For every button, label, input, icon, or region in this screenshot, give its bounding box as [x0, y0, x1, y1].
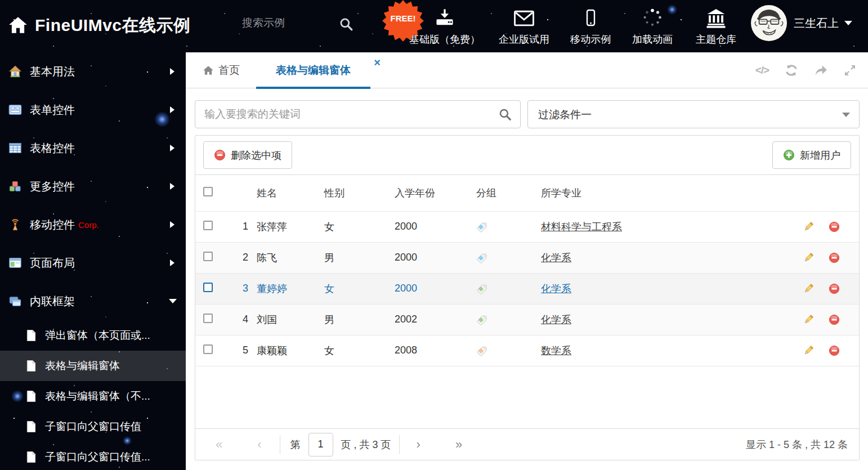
- tab-home[interactable]: 首页: [203, 52, 240, 88]
- search-icon[interactable]: [498, 108, 512, 122]
- row-index: 4: [220, 304, 248, 335]
- nav-item-theme-repo[interactable]: 主题仓库: [685, 5, 747, 46]
- major-link[interactable]: 数学系: [541, 345, 571, 356]
- row-checkbox[interactable]: [203, 221, 213, 230]
- table-row[interactable]: 2 陈飞 男 2000 化学系: [195, 242, 859, 273]
- row-index: 2: [220, 242, 248, 273]
- keyword-search-input[interactable]: [204, 101, 486, 128]
- home-logo-icon[interactable]: [8, 15, 28, 35]
- source-code-icon[interactable]: </>: [754, 62, 770, 78]
- header-nav: FREE! 基础版（免费）: [402, 5, 747, 46]
- select-all-checkbox[interactable]: [203, 187, 213, 196]
- table-row[interactable]: 4 刘国 男 2002 化学系: [195, 304, 859, 335]
- cubes-icon: [8, 180, 22, 193]
- table-row-selected[interactable]: 3 董婷婷 女 2000 化学系: [195, 273, 859, 304]
- major-link[interactable]: 化学系: [541, 283, 571, 294]
- row-checkbox[interactable]: [203, 314, 213, 323]
- sidebar-subitem-grid-edit-window[interactable]: 表格与编辑窗体: [0, 351, 186, 381]
- expand-icon[interactable]: [842, 62, 858, 78]
- sidebar-item-basic-usage[interactable]: 基本用法: [0, 52, 186, 91]
- cell-year: 2008: [386, 335, 468, 366]
- chevron-right-icon: [170, 68, 175, 75]
- table-row[interactable]: 5 康颖颖 女 2008 数学系: [195, 335, 859, 366]
- column-header-group[interactable]: 分组: [468, 175, 533, 211]
- close-icon[interactable]: ×: [374, 58, 381, 67]
- sidebar-item-label: 页面布局: [30, 256, 75, 271]
- delete-row-icon[interactable]: [829, 283, 840, 294]
- page-icon: [26, 360, 37, 372]
- sidebar: 基本用法 表单控件 表格控件: [0, 52, 186, 470]
- header-search-input[interactable]: [242, 17, 332, 29]
- sidebar-item-form-controls[interactable]: 表单控件: [0, 91, 186, 129]
- major-link[interactable]: 化学系: [541, 252, 571, 263]
- active-tab-underline: [256, 87, 370, 89]
- filter-dropdown-value: 过滤条件一: [538, 108, 592, 122]
- sidebar-item-grid-controls[interactable]: 表格控件: [0, 129, 186, 167]
- filter-dropdown[interactable]: 过滤条件一: [527, 100, 860, 128]
- first-page-button[interactable]: «: [216, 438, 222, 451]
- cell-name: 董婷婷: [248, 273, 316, 304]
- sidebar-subitem-child-to-parent[interactable]: 子窗口向父窗口传值: [0, 411, 186, 442]
- add-user-button[interactable]: 新增用户: [772, 141, 851, 169]
- edit-pencil-icon[interactable]: [803, 314, 814, 325]
- pagination-summary: 显示 1 - 5 条 , 共 12 条: [746, 438, 848, 451]
- major-link[interactable]: 材料科学与工程系: [541, 221, 622, 232]
- column-header-major[interactable]: 所学专业: [533, 175, 775, 211]
- edit-pencil-icon[interactable]: [803, 283, 814, 294]
- tag-icon: [476, 283, 487, 294]
- prev-page-button[interactable]: ‹: [257, 438, 261, 451]
- tag-icon: [476, 314, 487, 325]
- sidebar-item-more-controls[interactable]: 更多控件: [0, 167, 186, 205]
- sidebar-subitem-grid-edit-window-2[interactable]: 表格与编辑窗体（不...: [0, 381, 186, 411]
- table-row[interactable]: 1 张萍萍 女 2000 材料科学与工程系: [195, 211, 859, 242]
- row-checkbox[interactable]: [203, 344, 213, 354]
- page-toolbar-icons: </>: [754, 52, 858, 88]
- row-checkbox[interactable]: [203, 283, 213, 292]
- delete-row-icon[interactable]: [829, 221, 840, 232]
- tab-bar: 首页 表格与编辑窗体 × </>: [186, 52, 868, 88]
- page-label-prefix: 第: [290, 438, 301, 451]
- grid-panel: 删除选中项 新增用户 姓名 性别: [195, 135, 860, 460]
- tab-grid-edit-window[interactable]: 表格与编辑窗体 ×: [256, 52, 370, 88]
- column-header-gender[interactable]: 性别: [316, 175, 386, 211]
- main-content: 首页 表格与编辑窗体 × </>: [186, 52, 868, 470]
- delete-row-icon[interactable]: [829, 252, 840, 263]
- next-page-button[interactable]: ›: [417, 438, 420, 451]
- mobile-icon: [581, 5, 600, 29]
- cell-year: 2000: [386, 273, 468, 304]
- tab-label: 首页: [218, 63, 240, 78]
- edit-pencil-icon[interactable]: [803, 345, 814, 356]
- sidebar-subitem-label: 表格与编辑窗体（不...: [45, 389, 150, 404]
- user-menu[interactable]: 三生石上: [751, 5, 852, 41]
- nav-item-basic-edition[interactable]: FREE! 基础版（免费）: [402, 5, 487, 46]
- column-header-name[interactable]: 姓名: [248, 175, 316, 211]
- column-header-year[interactable]: 入学年份: [386, 175, 468, 211]
- edit-pencil-icon[interactable]: [803, 252, 814, 263]
- last-page-button[interactable]: »: [455, 438, 462, 451]
- free-badge: FREE!: [382, 0, 424, 42]
- pagination-bar: « ‹ 第 页 , 共 3 页 › » 显示 1 - 5 条 , 共 12 条: [195, 428, 859, 460]
- tag-icon: [476, 345, 487, 356]
- share-icon[interactable]: [813, 62, 829, 78]
- bank-icon: [705, 5, 727, 29]
- row-checkbox[interactable]: [203, 252, 213, 261]
- sidebar-item-mobile-controls[interactable]: 移动控件 Corp.: [0, 205, 186, 244]
- delete-row-icon[interactable]: [829, 314, 840, 325]
- edit-pencil-icon[interactable]: [803, 221, 814, 232]
- refresh-icon[interactable]: [784, 62, 799, 78]
- nav-item-enterprise-trial[interactable]: 企业版试用: [490, 5, 558, 46]
- page-number-input[interactable]: [308, 433, 333, 456]
- sidebar-item-inline-frame[interactable]: 内联框架: [0, 282, 186, 320]
- nav-item-loading-animation[interactable]: 加载动画: [623, 5, 682, 46]
- sidebar-item-page-layout[interactable]: 页面布局: [0, 244, 186, 282]
- major-link[interactable]: 化学系: [541, 314, 571, 325]
- delete-selected-button[interactable]: 删除选中项: [203, 141, 292, 169]
- header-search-icon[interactable]: [339, 17, 354, 32]
- chevron-right-icon: [170, 221, 175, 228]
- sidebar-subitem-popup-window[interactable]: 弹出窗体（本页面或...: [0, 320, 186, 351]
- sidebar-subitem-child-to-parent-2[interactable]: 子窗口向父窗口传值...: [0, 442, 186, 470]
- delete-row-icon[interactable]: [829, 345, 840, 356]
- nav-item-mobile-demo[interactable]: 移动示例: [561, 5, 620, 46]
- corp-tag: Corp.: [78, 220, 99, 230]
- sidebar-subitem-label: 子窗口向父窗口传值...: [45, 450, 150, 464]
